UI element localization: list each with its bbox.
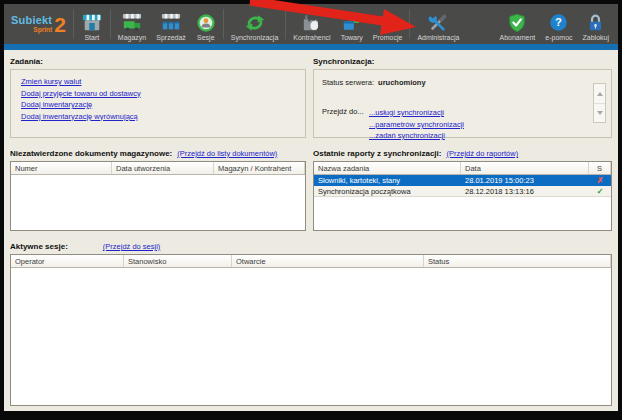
- column-header-data-utworzenia[interactable]: Data utworzenia: [112, 162, 214, 174]
- column-header-operator[interactable]: Operator: [11, 255, 124, 267]
- sesje-table-header: Operator Stanowisko Otwarcie Status: [11, 255, 611, 268]
- toolbar-button-sprzedaz[interactable]: Sprzedaż: [151, 4, 191, 44]
- raporty-title: Ostatnie raporty z synchronizacji:: [313, 149, 441, 159]
- link-dodaj-inwentaryzacje[interactable]: Dodaj inwentaryzację: [21, 99, 305, 111]
- chevron-down-icon: [597, 111, 603, 115]
- goods-boxes-icon: [341, 12, 363, 33]
- link-przejdz-do-raportow[interactable]: (Przejdź do raportów): [446, 149, 518, 158]
- cell-data: 28.12.2018 13:13:16: [461, 186, 589, 196]
- sync-arrows-icon: [245, 12, 265, 33]
- table-row[interactable]: Synchronizacja początkowa 28.12.2018 13:…: [314, 186, 611, 197]
- column-header-status[interactable]: Status: [424, 255, 611, 267]
- toolbar-button-label: Kontrahenci: [293, 34, 330, 41]
- synchronizacja-title: Synchronizacja:: [313, 57, 612, 67]
- column-header-numer[interactable]: Numer: [11, 162, 112, 174]
- toolbar-button-label: Promocje: [373, 34, 403, 41]
- scroll-down-button[interactable]: [594, 103, 605, 122]
- toolbar-button-label: Towary: [341, 34, 363, 41]
- promo-tag-icon: [377, 12, 399, 33]
- raporty-table: Nazwa zadania Data S Słowniki, kartoteki…: [313, 161, 612, 231]
- column-header-otwarcie[interactable]: Otwarcie: [232, 255, 424, 267]
- toolbar-button-promocje[interactable]: Promocje: [368, 4, 408, 44]
- scroll-up-button[interactable]: [594, 84, 605, 103]
- contractors-icon: [301, 12, 323, 33]
- status-error-icon: ✗: [589, 175, 611, 186]
- main-toolbar: Subiekt Sprint 2 Start: [4, 4, 618, 44]
- storefront-icon: [81, 12, 103, 33]
- toolbar-button-sesje[interactable]: Sesje: [191, 4, 221, 44]
- dokumenty-table-header: Numer Data utworzenia Magazyn / Kontrahe…: [11, 162, 305, 175]
- sesje-title: Aktywne sesje:: [10, 242, 68, 252]
- toolbar-separator: [409, 9, 410, 39]
- column-header-stanowisko[interactable]: Stanowisko: [124, 255, 232, 267]
- toolbar-button-start[interactable]: Start: [76, 4, 108, 44]
- toolbar-separator: [73, 9, 74, 39]
- toolbar-separator: [223, 9, 224, 39]
- link-zmien-kursy-walut[interactable]: Zmień kursy walut: [21, 76, 305, 88]
- toolbar-button-label: Sesje: [197, 34, 215, 41]
- toolbar-button-epomoc[interactable]: ? e-pomoc: [540, 4, 577, 44]
- toolbar-button-administracja[interactable]: Administracja: [412, 4, 464, 44]
- admin-tools-icon: [427, 12, 449, 33]
- link-uslugi-synchronizacji[interactable]: ...usługi synchronizacji: [369, 107, 464, 119]
- toolbar-button-label: Sprzedaż: [156, 34, 186, 41]
- logo-brand-text: Subiekt: [11, 15, 52, 26]
- link-dodaj-przyjecie-towaru[interactable]: Dodaj przyjęcie towaru od dostawcy: [21, 88, 305, 100]
- shield-check-icon: [507, 12, 527, 33]
- table-row-selected[interactable]: Słowniki, kartoteki, stany 28.01.2019 15…: [314, 175, 611, 186]
- toolbar-button-label: Magazyn: [118, 34, 146, 41]
- sales-store-icon: [160, 12, 182, 33]
- zadania-panel: Zmień kursy walut Dodaj przyjęcie towaru…: [10, 69, 306, 138]
- status-ok-icon: ✓: [589, 186, 611, 196]
- logo-version-number: 2: [54, 14, 66, 35]
- column-header-magazyn-kontrahent[interactable]: Magazyn / Kontrahent: [214, 162, 305, 174]
- cell-nazwa-zadania: Synchronizacja początkowa: [314, 186, 461, 196]
- link-zadania-synchronizacji[interactable]: ...zadań synchronizacji: [369, 130, 464, 142]
- toolbar-button-abonament[interactable]: Abonament: [494, 4, 540, 44]
- dashboard-content: Zadania: Zmień kursy walut Dodaj przyjęc…: [4, 50, 618, 411]
- column-header-s[interactable]: S: [589, 162, 611, 174]
- dokumenty-table: Numer Data utworzenia Magazyn / Kontrahe…: [10, 161, 306, 231]
- toolbar-button-label: Abonament: [499, 34, 535, 41]
- link-przejdz-do-listy-dokumentow[interactable]: (Przejdź do listy dokumentów): [177, 149, 277, 158]
- help-question-icon: ?: [549, 12, 568, 33]
- sesje-table: Operator Stanowisko Otwarcie Status: [10, 254, 612, 406]
- server-status-label: Status serwera:: [322, 78, 374, 87]
- server-status-value: uruchomiony: [378, 78, 426, 87]
- logo-sub-text: Sprint: [33, 27, 52, 34]
- toolbar-button-label: Administracja: [417, 34, 459, 41]
- raporty-table-header: Nazwa zadania Data S: [314, 162, 611, 175]
- mini-scrollbar: [593, 83, 606, 123]
- synchronizacja-panel: Status serwera:uruchomiony Przejdź do...…: [313, 69, 612, 138]
- toolbar-button-label: Synchronizacja: [231, 34, 278, 41]
- chevron-up-icon: [597, 92, 603, 96]
- toolbar-button-zablokuj[interactable]: Zablokuj: [578, 4, 614, 44]
- column-header-nazwa-zadania[interactable]: Nazwa zadania: [314, 162, 461, 174]
- sessions-user-icon: [196, 12, 216, 33]
- toolbar-separator: [110, 9, 111, 39]
- dokumenty-title: Niezatwierdzone dokumenty magazynowe:: [10, 149, 172, 159]
- toolbar-button-towary[interactable]: Towary: [336, 4, 368, 44]
- toolbar-button-synchronizacja[interactable]: Synchronizacja: [226, 4, 283, 44]
- toolbar-button-magazyn[interactable]: Magazyn: [113, 4, 151, 44]
- app-logo: Subiekt Sprint 2: [8, 4, 71, 44]
- cell-data: 28.01.2019 15:00:23: [461, 175, 589, 186]
- lock-icon: [586, 12, 605, 33]
- toolbar-button-label: Start: [84, 34, 99, 41]
- warehouse-truck-icon: [121, 12, 143, 33]
- app-window: Subiekt Sprint 2 Start: [4, 4, 618, 411]
- link-parametry-synchronizacji[interactable]: ...parametrów synchronizacji: [369, 119, 464, 131]
- toolbar-button-label: e-pomoc: [545, 34, 572, 41]
- toolbar-button-label: Zablokuj: [583, 34, 609, 41]
- toolbar-right-group: Abonament ? e-pomoc: [494, 4, 614, 44]
- toolbar-separator: [285, 9, 286, 39]
- cell-nazwa-zadania: Słowniki, kartoteki, stany: [314, 175, 461, 186]
- column-header-data[interactable]: Data: [461, 162, 589, 174]
- zadania-title: Zadania:: [10, 57, 306, 67]
- toolbar-button-kontrahenci[interactable]: Kontrahenci: [288, 4, 335, 44]
- goto-label: Przejdź do...: [322, 107, 364, 116]
- link-przejdz-do-sesji[interactable]: (Przejdź do sesji): [103, 242, 161, 251]
- screenshot-root: { "toolbar": { "logo": { "brand": "Subie…: [0, 0, 622, 420]
- link-dodaj-inwentaryzacje-wyrownujaca[interactable]: Dodaj inwentaryzację wyrównującą: [21, 111, 305, 123]
- svg-text:?: ?: [555, 16, 562, 28]
